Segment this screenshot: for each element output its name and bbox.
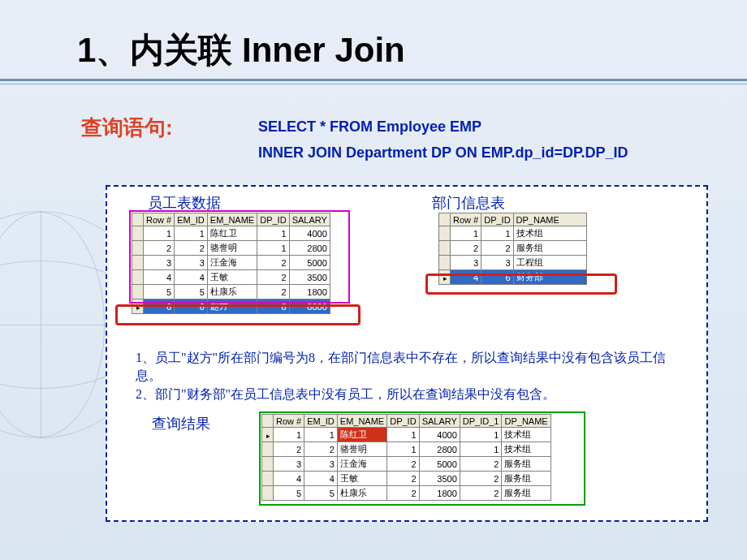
- table-row: 55杜康乐218002服务组: [262, 486, 551, 501]
- table-row: 33工程组: [439, 256, 587, 270]
- query-label: 查询语句:: [81, 114, 173, 142]
- slide-title: 1、内关联 Inner Join: [77, 28, 405, 73]
- table-row: 11技术组: [439, 226, 587, 241]
- table-row: 22骆誉明128001技术组: [262, 442, 551, 457]
- content-box: 员工表数据 部门信息表 Row #EM_IDEM_NAMEDP_IDSALARY…: [106, 185, 708, 522]
- department-table: Row #DP_IDDP_NAME 11技术组 22服务组 33工程组 46财务…: [438, 213, 587, 285]
- table-row-selected: 46财务部: [439, 270, 587, 285]
- sql-line-2: INNER JOIN Department DP ON EMP.dp_id=DP…: [258, 140, 628, 166]
- sql-line-1: SELECT * FROM Employee EMP: [258, 114, 628, 140]
- table-row: 55杜康乐21800: [132, 285, 330, 299]
- result-title: 查询结果: [152, 414, 210, 433]
- table-header-row: Row #DP_IDDP_NAME: [439, 213, 587, 226]
- department-table-title: 部门信息表: [432, 193, 505, 213]
- result-table: Row #EM_IDEM_NAMEDP_IDSALARYDP_ID_1DP_NA…: [261, 414, 551, 501]
- table-header-row: Row #EM_IDEM_NAMEDP_IDSALARY: [132, 213, 330, 226]
- table-row: 33汪金海25000: [132, 256, 330, 270]
- sql-block: SELECT * FROM Employee EMP INNER JOIN De…: [258, 114, 628, 166]
- explanation-notes: 1、员工"赵方"所在部门编号为8，在部门信息表中不存在，所以查询结果中没有包含该…: [136, 349, 690, 403]
- table-row: 11陈红卫140001技术组: [262, 428, 551, 442]
- employee-table-title: 员工表数据: [148, 193, 221, 213]
- table-row: 44王敏23500: [132, 270, 330, 285]
- table-row: 33汪金海250002服务组: [262, 457, 551, 472]
- employee-table: Row #EM_IDEM_NAMEDP_IDSALARY 11陈红卫14000 …: [132, 213, 330, 314]
- note-1: 1、员工"赵方"所在部门编号为8，在部门信息表中不存在，所以查询结果中没有包含该…: [136, 349, 690, 386]
- table-row-selected: 66赵方88000: [132, 299, 330, 314]
- table-row: 11陈红卫14000: [132, 226, 330, 241]
- table-row: 22骆誉明12800: [132, 241, 330, 256]
- table-row: 22服务组: [439, 241, 587, 256]
- table-row: 44王敏235002服务组: [262, 472, 551, 486]
- note-2: 2、部门"财务部"在员工信息表中没有员工，所以在查询结果中没有包含。: [136, 386, 690, 403]
- table-header-row: Row #EM_IDEM_NAMEDP_IDSALARYDP_ID_1DP_NA…: [262, 415, 551, 428]
